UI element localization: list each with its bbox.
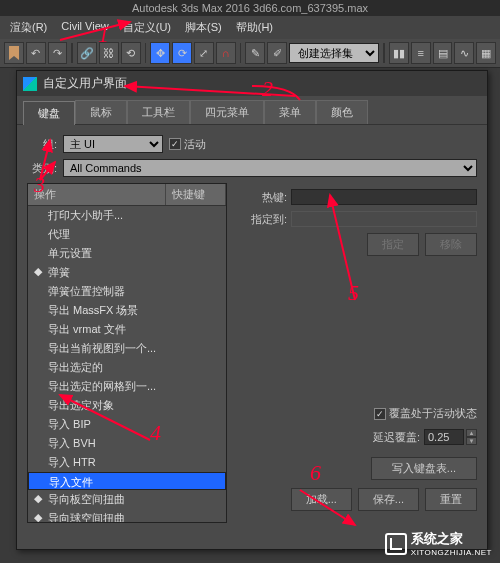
watermark-logo-icon	[385, 533, 407, 555]
undo-icon[interactable]: ↶	[26, 42, 46, 64]
main-toolbar: ↶ ↷ 🔗 ⛓ ⟲ ✥ ⟳ ⤢ ∩ ✎ ✐ 创建选择集 ▮▮ ≡ ▤ ∿ ▦	[0, 39, 500, 68]
list-item[interactable]: 导入 BVH	[28, 434, 226, 453]
list-item[interactable]: 导入 BIP	[28, 415, 226, 434]
list-item[interactable]: 导入文件	[28, 472, 226, 490]
tab-keyboard[interactable]: 键盘	[23, 101, 75, 125]
list-item[interactable]: 导出选定对象	[28, 396, 226, 415]
save-button[interactable]: 保存...	[358, 488, 419, 511]
app-icon	[23, 77, 37, 91]
list-item[interactable]: 代理	[28, 225, 226, 244]
watermark: 系统之家 XITONGZHIJIA.NET	[385, 530, 492, 557]
list-item[interactable]: 单元设置	[28, 244, 226, 263]
list-item[interactable]: 打印大小助手...	[28, 206, 226, 225]
override-checkbox[interactable]: ✓ 覆盖处于活动状态	[237, 406, 477, 421]
check-icon: ✓	[169, 138, 181, 150]
category-label: 类别:	[27, 161, 57, 176]
list-item[interactable]: 导入 HTR	[28, 453, 226, 472]
menu-customize[interactable]: 自定义(U)	[117, 18, 177, 37]
menu-render[interactable]: 渲染(R)	[4, 18, 53, 37]
delay-spinner[interactable]: ▲ ▼	[424, 429, 477, 445]
dialog-titlebar[interactable]: 自定义用户界面	[17, 71, 487, 96]
remove-button[interactable]: 移除	[425, 233, 477, 256]
tool-a-icon[interactable]: ✎	[245, 42, 265, 64]
bookmark-icon[interactable]	[4, 42, 24, 64]
watermark-name: 系统之家	[411, 530, 492, 548]
customize-ui-dialog: 自定义用户界面 键盘 鼠标 工具栏 四元菜单 菜单 颜色 组: 主 UI ✓ 活…	[16, 70, 488, 550]
col-shortcut[interactable]: 快捷键	[166, 184, 226, 205]
group-dropdown[interactable]: 主 UI	[63, 135, 163, 153]
list-item[interactable]: 导出选定的网格到一...	[28, 377, 226, 396]
app-titlebar: Autodesk 3ds Max 2016 3d66.com_637395.ma…	[0, 0, 500, 16]
unlink-icon[interactable]: ⛓	[99, 42, 119, 64]
bind-icon[interactable]: ⟲	[121, 42, 141, 64]
dialog-title: 自定义用户界面	[43, 75, 127, 92]
spin-down-icon[interactable]: ▼	[466, 437, 477, 445]
tab-color[interactable]: 颜色	[316, 100, 368, 124]
list-item[interactable]: 导出当前视图到一个...	[28, 339, 226, 358]
app-title: Autodesk 3ds Max 2016 3d66.com_637395.ma…	[132, 2, 368, 14]
assigned-label: 指定到:	[237, 212, 287, 227]
dialog-tabs: 键盘 鼠标 工具栏 四元菜单 菜单 颜色	[17, 96, 487, 125]
hotkey-input[interactable]	[291, 189, 477, 205]
move-icon[interactable]: ✥	[150, 42, 170, 64]
col-action[interactable]: 操作	[28, 184, 166, 205]
menubar: 渲染(R) Civil View 自定义(U) 脚本(S) 帮助(H)	[0, 16, 500, 39]
list-item[interactable]: 导出选定的	[28, 358, 226, 377]
align-icon[interactable]: ≡	[411, 42, 431, 64]
list-item[interactable]: 导出 MassFX 场景	[28, 301, 226, 320]
group-label: 组:	[27, 137, 57, 152]
tab-toolbar[interactable]: 工具栏	[127, 100, 190, 124]
mirror-icon[interactable]: ▮▮	[389, 42, 409, 64]
write-keyboard-button[interactable]: 写入键盘表...	[371, 457, 477, 480]
list-item[interactable]: ◆弹簧	[28, 263, 226, 282]
schematic-icon[interactable]: ▦	[476, 42, 496, 64]
delay-label: 延迟覆盖:	[373, 430, 420, 445]
scale-icon[interactable]: ⤢	[194, 42, 214, 64]
hotkey-label: 热键:	[237, 190, 287, 205]
spin-up-icon[interactable]: ▲	[466, 429, 477, 437]
menu-civilview[interactable]: Civil View	[55, 18, 114, 37]
snap-icon[interactable]: ∩	[216, 42, 236, 64]
active-checkbox[interactable]: ✓ 活动	[169, 137, 206, 152]
category-dropdown[interactable]: All Commands	[63, 159, 477, 177]
load-button[interactable]: 加载...	[291, 488, 352, 511]
layer-icon[interactable]: ▤	[433, 42, 453, 64]
link-icon[interactable]: 🔗	[77, 42, 97, 64]
check-icon: ✓	[374, 408, 386, 420]
assign-button[interactable]: 指定	[367, 233, 419, 256]
action-list[interactable]: 操作 快捷键 打印大小助手...代理单元设置◆弹簧弹簧位置控制器导出 MassF…	[27, 183, 227, 523]
redo-icon[interactable]: ↷	[48, 42, 68, 64]
assigned-display	[291, 211, 477, 227]
list-header: 操作 快捷键	[28, 184, 226, 206]
tab-quad[interactable]: 四元菜单	[190, 100, 264, 124]
list-item[interactable]: 弹簧位置控制器	[28, 282, 226, 301]
curve-icon[interactable]: ∿	[454, 42, 474, 64]
menu-help[interactable]: 帮助(H)	[230, 18, 279, 37]
rotate-icon[interactable]: ⟳	[172, 42, 192, 64]
watermark-url: XITONGZHIJIA.NET	[411, 548, 492, 557]
tool-b-icon[interactable]: ✐	[267, 42, 287, 64]
list-item[interactable]: 导出 vrmat 文件	[28, 320, 226, 339]
selection-set-dropdown[interactable]: 创建选择集	[289, 43, 379, 63]
tab-mouse[interactable]: 鼠标	[75, 100, 127, 124]
delay-input[interactable]	[424, 429, 464, 445]
menu-script[interactable]: 脚本(S)	[179, 18, 228, 37]
reset-button[interactable]: 重置	[425, 488, 477, 511]
tab-menu[interactable]: 菜单	[264, 100, 316, 124]
list-item[interactable]: ◆导向球空间扭曲	[28, 509, 226, 523]
list-item[interactable]: ◆导向板空间扭曲	[28, 490, 226, 509]
